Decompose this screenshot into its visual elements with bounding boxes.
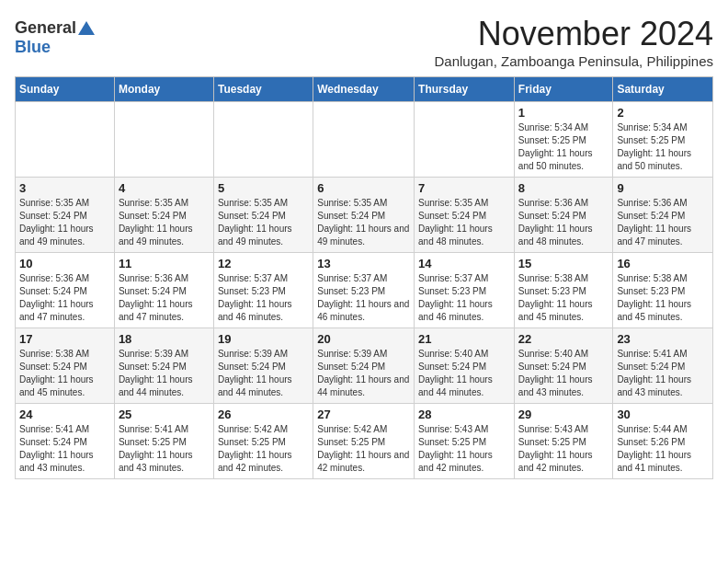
week-row-3: 17Sunrise: 5:38 AM Sunset: 5:24 PM Dayli… xyxy=(16,328,713,404)
day-cell: 27Sunrise: 5:42 AM Sunset: 5:25 PM Dayli… xyxy=(313,404,415,479)
day-info: Sunrise: 5:35 AM Sunset: 5:24 PM Dayligh… xyxy=(19,197,110,248)
title-area: November 2024 Danlugan, Zamboanga Penins… xyxy=(434,15,713,69)
logo: General Blue xyxy=(15,15,95,57)
day-number: 29 xyxy=(518,408,609,421)
day-cell: 6Sunrise: 5:35 AM Sunset: 5:24 PM Daylig… xyxy=(313,178,415,253)
day-cell: 5Sunrise: 5:35 AM Sunset: 5:24 PM Daylig… xyxy=(213,178,313,253)
day-number: 8 xyxy=(518,181,609,195)
day-number: 15 xyxy=(518,257,609,270)
header-row: SundayMondayTuesdayWednesdayThursdayFrid… xyxy=(16,77,713,102)
day-number: 2 xyxy=(617,106,709,120)
day-cell: 8Sunrise: 5:36 AM Sunset: 5:24 PM Daylig… xyxy=(514,178,613,253)
day-info: Sunrise: 5:42 AM Sunset: 5:25 PM Dayligh… xyxy=(218,423,309,475)
day-info: Sunrise: 5:34 AM Sunset: 5:25 PM Dayligh… xyxy=(518,121,609,173)
day-cell: 28Sunrise: 5:43 AM Sunset: 5:25 PM Dayli… xyxy=(415,404,515,479)
day-info: Sunrise: 5:39 AM Sunset: 5:24 PM Dayligh… xyxy=(317,348,410,399)
day-info: Sunrise: 5:37 AM Sunset: 5:23 PM Dayligh… xyxy=(418,272,510,324)
day-number: 10 xyxy=(19,257,110,270)
day-number: 6 xyxy=(317,181,410,195)
day-number: 24 xyxy=(19,408,110,421)
day-info: Sunrise: 5:34 AM Sunset: 5:25 PM Dayligh… xyxy=(617,121,709,173)
day-cell xyxy=(313,102,415,178)
header-sunday: Sunday xyxy=(16,77,115,102)
day-number: 22 xyxy=(518,332,609,346)
day-info: Sunrise: 5:43 AM Sunset: 5:25 PM Dayligh… xyxy=(518,423,609,475)
day-number: 25 xyxy=(119,408,210,421)
day-info: Sunrise: 5:36 AM Sunset: 5:24 PM Dayligh… xyxy=(119,272,210,324)
day-cell: 26Sunrise: 5:42 AM Sunset: 5:25 PM Dayli… xyxy=(213,404,313,479)
day-number: 27 xyxy=(317,408,410,421)
day-cell: 2Sunrise: 5:34 AM Sunset: 5:25 PM Daylig… xyxy=(613,102,713,178)
calendar-body: 1Sunrise: 5:34 AM Sunset: 5:25 PM Daylig… xyxy=(16,102,713,479)
week-row-0: 1Sunrise: 5:34 AM Sunset: 5:25 PM Daylig… xyxy=(16,102,713,178)
day-info: Sunrise: 5:38 AM Sunset: 5:24 PM Dayligh… xyxy=(19,348,110,399)
day-info: Sunrise: 5:43 AM Sunset: 5:25 PM Dayligh… xyxy=(418,423,510,475)
day-info: Sunrise: 5:38 AM Sunset: 5:23 PM Dayligh… xyxy=(617,272,709,324)
day-number: 20 xyxy=(317,332,410,346)
day-info: Sunrise: 5:35 AM Sunset: 5:24 PM Dayligh… xyxy=(317,197,410,248)
day-number: 18 xyxy=(119,332,210,346)
day-cell: 15Sunrise: 5:38 AM Sunset: 5:23 PM Dayli… xyxy=(514,253,613,328)
day-cell: 29Sunrise: 5:43 AM Sunset: 5:25 PM Dayli… xyxy=(514,404,613,479)
header-monday: Monday xyxy=(114,77,213,102)
week-row-4: 24Sunrise: 5:41 AM Sunset: 5:24 PM Dayli… xyxy=(16,404,713,479)
day-info: Sunrise: 5:37 AM Sunset: 5:23 PM Dayligh… xyxy=(317,272,410,324)
day-number: 1 xyxy=(518,106,609,120)
day-info: Sunrise: 5:41 AM Sunset: 5:25 PM Dayligh… xyxy=(119,423,210,475)
day-cell: 12Sunrise: 5:37 AM Sunset: 5:23 PM Dayli… xyxy=(213,253,313,328)
day-info: Sunrise: 5:35 AM Sunset: 5:24 PM Dayligh… xyxy=(218,197,309,248)
location-subtitle: Danlugan, Zamboanga Peninsula, Philippin… xyxy=(434,53,713,69)
day-number: 9 xyxy=(617,181,709,195)
day-cell: 20Sunrise: 5:39 AM Sunset: 5:24 PM Dayli… xyxy=(313,328,415,404)
day-number: 12 xyxy=(218,257,309,270)
page-header: General Blue November 2024 Danlugan, Zam… xyxy=(15,15,713,69)
day-cell: 9Sunrise: 5:36 AM Sunset: 5:24 PM Daylig… xyxy=(613,178,713,253)
day-cell: 22Sunrise: 5:40 AM Sunset: 5:24 PM Dayli… xyxy=(514,328,613,404)
week-row-1: 3Sunrise: 5:35 AM Sunset: 5:24 PM Daylig… xyxy=(16,178,713,253)
day-cell: 4Sunrise: 5:35 AM Sunset: 5:24 PM Daylig… xyxy=(114,178,213,253)
day-number: 17 xyxy=(19,332,110,346)
logo-general-text: General xyxy=(15,18,76,38)
day-number: 30 xyxy=(617,408,709,421)
header-friday: Friday xyxy=(514,77,613,102)
day-cell: 17Sunrise: 5:38 AM Sunset: 5:24 PM Dayli… xyxy=(16,328,115,404)
day-info: Sunrise: 5:36 AM Sunset: 5:24 PM Dayligh… xyxy=(518,197,609,248)
day-cell: 11Sunrise: 5:36 AM Sunset: 5:24 PM Dayli… xyxy=(114,253,213,328)
day-cell: 13Sunrise: 5:37 AM Sunset: 5:23 PM Dayli… xyxy=(313,253,415,328)
day-info: Sunrise: 5:40 AM Sunset: 5:24 PM Dayligh… xyxy=(418,348,510,399)
day-info: Sunrise: 5:39 AM Sunset: 5:24 PM Dayligh… xyxy=(119,348,210,399)
day-number: 3 xyxy=(19,181,110,195)
day-cell: 14Sunrise: 5:37 AM Sunset: 5:23 PM Dayli… xyxy=(415,253,515,328)
day-number: 26 xyxy=(218,408,309,421)
day-cell: 18Sunrise: 5:39 AM Sunset: 5:24 PM Dayli… xyxy=(114,328,213,404)
day-number: 4 xyxy=(119,181,210,195)
header-tuesday: Tuesday xyxy=(213,77,313,102)
day-cell xyxy=(415,102,515,178)
day-info: Sunrise: 5:44 AM Sunset: 5:26 PM Dayligh… xyxy=(617,423,709,475)
logo-blue-text: Blue xyxy=(15,38,51,56)
day-info: Sunrise: 5:40 AM Sunset: 5:24 PM Dayligh… xyxy=(518,348,609,399)
day-info: Sunrise: 5:38 AM Sunset: 5:23 PM Dayligh… xyxy=(518,272,609,324)
day-number: 16 xyxy=(617,257,709,270)
day-cell xyxy=(213,102,313,178)
day-cell: 3Sunrise: 5:35 AM Sunset: 5:24 PM Daylig… xyxy=(16,178,115,253)
day-cell: 23Sunrise: 5:41 AM Sunset: 5:24 PM Dayli… xyxy=(613,328,713,404)
week-row-2: 10Sunrise: 5:36 AM Sunset: 5:24 PM Dayli… xyxy=(16,253,713,328)
day-info: Sunrise: 5:35 AM Sunset: 5:24 PM Dayligh… xyxy=(418,197,510,248)
day-number: 13 xyxy=(317,257,410,270)
day-number: 7 xyxy=(418,181,510,195)
day-number: 11 xyxy=(119,257,210,270)
day-info: Sunrise: 5:36 AM Sunset: 5:24 PM Dayligh… xyxy=(617,197,709,248)
header-thursday: Thursday xyxy=(415,77,515,102)
logo-triangle-icon xyxy=(78,21,95,35)
day-info: Sunrise: 5:41 AM Sunset: 5:24 PM Dayligh… xyxy=(617,348,709,399)
day-info: Sunrise: 5:39 AM Sunset: 5:24 PM Dayligh… xyxy=(218,348,309,399)
day-number: 19 xyxy=(218,332,309,346)
calendar-header: SundayMondayTuesdayWednesdayThursdayFrid… xyxy=(16,77,713,102)
day-info: Sunrise: 5:35 AM Sunset: 5:24 PM Dayligh… xyxy=(119,197,210,248)
day-cell: 16Sunrise: 5:38 AM Sunset: 5:23 PM Dayli… xyxy=(613,253,713,328)
day-cell xyxy=(114,102,213,178)
day-info: Sunrise: 5:37 AM Sunset: 5:23 PM Dayligh… xyxy=(218,272,309,324)
header-wednesday: Wednesday xyxy=(313,77,415,102)
day-cell xyxy=(16,102,115,178)
